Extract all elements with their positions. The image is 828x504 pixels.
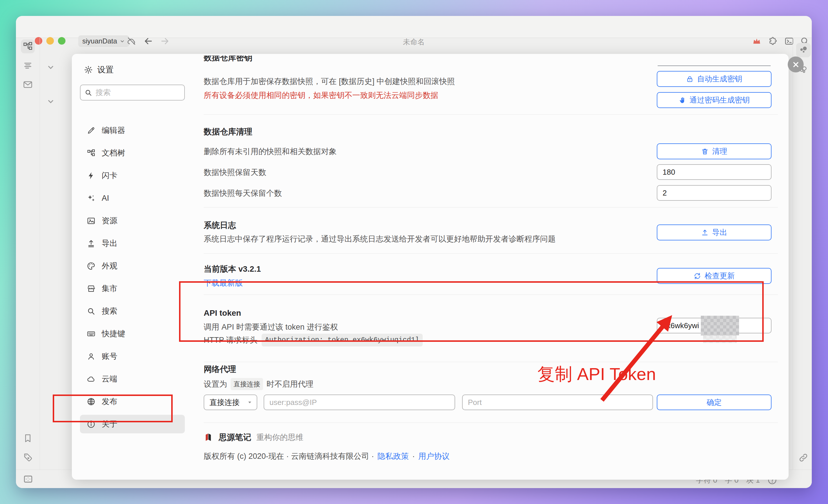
lock-icon: [686, 75, 694, 83]
sidebar-item-editor[interactable]: 编辑器: [80, 121, 185, 140]
workspace-expand-icon[interactable]: [22, 474, 34, 484]
crown-icon[interactable]: [752, 36, 762, 46]
sidebar-item-search[interactable]: 搜索: [80, 302, 185, 320]
sidebar-item-label: 编辑器: [102, 125, 125, 135]
close-dialog-button[interactable]: [788, 56, 804, 73]
dot-separator: ·: [412, 451, 415, 461]
file-tree-icon[interactable]: [23, 41, 33, 51]
retention-days-label: 数据快照保留天数: [204, 167, 266, 177]
bookmark-icon[interactable]: [23, 433, 33, 443]
graph-icon[interactable]: [798, 45, 808, 55]
outline-icon[interactable]: [23, 60, 33, 70]
privacy-policy-link[interactable]: 隐私政策: [377, 451, 409, 461]
button-label: 导出: [712, 227, 727, 238]
sidebar-item-keymap[interactable]: 快捷键: [80, 325, 185, 343]
search-icon: [85, 89, 92, 96]
sidebar-item-label: 闪卡: [102, 170, 117, 181]
sidebar-item-bazaar[interactable]: 集市: [80, 279, 185, 298]
sparkles-icon: [87, 194, 95, 203]
lightning-icon: [87, 171, 95, 180]
tree-collapse-chevron-icon[interactable]: [46, 96, 56, 106]
export-icon: [87, 239, 95, 248]
network-proxy-desc: 设置为 直接连接 时不启用代理: [204, 378, 314, 390]
proxy-desc-suffix: 时不启用代理: [266, 379, 314, 389]
password-generate-key-button[interactable]: 通过密码生成密钥: [657, 92, 772, 108]
store-icon: [87, 285, 95, 293]
sidebar-item-label: 云端: [102, 374, 117, 384]
repo-key-heading-clipped: 数据仓库密钥: [204, 56, 252, 67]
sidebar-item-label: 搜索: [102, 306, 117, 316]
sidebar-item-label: 文档树: [102, 148, 125, 158]
daily-keep-input[interactable]: [657, 185, 772, 201]
pencil-icon: [87, 126, 95, 135]
export-log-button[interactable]: 导出: [657, 224, 772, 241]
repo-key-warning: 所有设备必须使用相同的密钥，如果密钥不一致则无法云端同步数据: [204, 90, 438, 100]
palette-icon: [87, 262, 95, 270]
eula-link[interactable]: 用户协议: [418, 451, 450, 461]
repo-purge-heading: 数据仓库清理: [204, 127, 252, 137]
divider: [204, 362, 778, 362]
daily-keep-label: 数据快照每天保留个数: [204, 188, 282, 198]
tree-collapse-chevron-icon[interactable]: [46, 62, 56, 72]
sidebar-item-assets[interactable]: 资源: [80, 211, 185, 230]
button-label: 清理: [712, 146, 727, 157]
sidebar-item-label: 账号: [102, 351, 117, 362]
titlebar: siyuanData 未命名: [16, 16, 812, 38]
link-icon[interactable]: [798, 453, 808, 463]
clipped-key-input[interactable]: [658, 64, 771, 66]
copyright-text: 版权所有 (c) 2020-现在 · 云南链滴科技有限公司 ·: [204, 451, 374, 461]
sidebar-item-doc-tree[interactable]: 文档树: [80, 144, 185, 162]
settings-title: 设置: [97, 64, 114, 75]
current-version: 当前版本 v3.2.1: [204, 264, 261, 274]
about-highlight-box: [53, 394, 173, 422]
hand-icon: [678, 96, 686, 104]
refresh-icon: [694, 272, 701, 280]
search-icon: [87, 307, 95, 316]
proxy-desc-prefix: 设置为: [204, 379, 227, 389]
divider: [204, 423, 778, 423]
network-proxy-heading: 网络代理: [204, 364, 236, 374]
upload-icon: [701, 229, 709, 236]
proxy-scheme-select[interactable]: 直接连接: [204, 394, 257, 410]
close-icon: [792, 60, 800, 69]
settings-search-box[interactable]: [80, 85, 185, 100]
keyboard-icon: [87, 330, 95, 338]
auto-generate-key-button[interactable]: 自动生成密钥: [657, 71, 772, 87]
button-label: 检查更新: [705, 271, 735, 281]
sidebar-item-export[interactable]: 导出: [80, 234, 185, 253]
document-title: 未命名: [16, 37, 812, 47]
cloud-icon: [87, 375, 95, 383]
sidebar-item-flashcard[interactable]: 闪卡: [80, 166, 185, 185]
person-icon: [87, 352, 95, 361]
doc-tree-icon: [87, 149, 95, 157]
settings-header: 设置: [84, 64, 114, 75]
tag-icon[interactable]: [23, 453, 33, 462]
divider: [204, 207, 778, 207]
button-label: 自动生成密钥: [697, 74, 742, 84]
sidebar-item-account[interactable]: 账号: [80, 347, 185, 366]
sidebar-item-ai[interactable]: AI: [80, 189, 185, 207]
proxy-scheme-value: 直接连接: [209, 397, 240, 408]
right-dock-divider: [793, 38, 793, 469]
caret-down-icon: [247, 400, 253, 405]
repo-purge-desc: 删除所有未引用的快照和相关数据对象: [204, 146, 337, 157]
purge-button[interactable]: 清理: [657, 143, 772, 159]
settings-search-input[interactable]: [95, 88, 180, 97]
app-slogan: 重构你的思维: [256, 432, 303, 443]
sidebar-item-appearance[interactable]: 外观: [80, 257, 185, 275]
system-log-desc: 系统日志中保存了程序运行记录，通过导出系统日志发送给开发者可以更好地帮助开发者诊…: [204, 234, 556, 244]
proxy-desc-chip: 直接连接: [231, 378, 263, 390]
inbox-mail-icon[interactable]: [23, 80, 33, 89]
sidebar-item-label: 外观: [102, 261, 117, 271]
plugin-icon[interactable]: [768, 36, 778, 46]
copy-api-token-annotation: 复制 API Token: [537, 363, 656, 386]
left-dock-divider: [40, 38, 40, 469]
sidebar-item-cloud[interactable]: 云端: [80, 370, 185, 388]
retention-days-input[interactable]: [657, 164, 772, 180]
gear-icon: [84, 66, 93, 74]
desktop-background: siyuanData 未命名: [0, 0, 828, 504]
system-log-heading: 系统日志: [204, 220, 236, 230]
proxy-address-input[interactable]: [264, 394, 455, 410]
about-settings-panel: 数据仓库密钥 数据仓库用于加密保存数据快照，可在 [数据历史] 中创建快照和回滚…: [191, 54, 789, 480]
siyuan-logo: [204, 432, 213, 442]
